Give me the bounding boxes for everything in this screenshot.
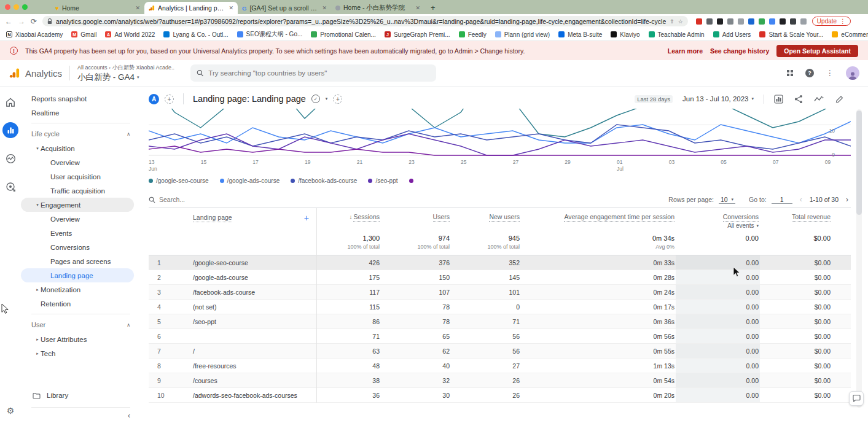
nav-section-life-cycle[interactable]: Life cycle∧ — [21, 126, 140, 141]
sidebar-item-traffic-acquisition[interactable]: Traffic acquisition — [21, 184, 140, 198]
extension-icon[interactable] — [780, 18, 786, 25]
insights-icon[interactable] — [814, 95, 824, 103]
add-secondary-dimension-button[interactable]: + — [304, 213, 315, 223]
analytics-search-input[interactable] — [208, 69, 430, 77]
window-controls[interactable] — [5, 0, 28, 14]
expand-caret-icon[interactable]: ▾ — [34, 203, 41, 208]
analytics-logo[interactable]: Analytics — [9, 67, 62, 79]
tab-close-icon[interactable]: ✕ — [415, 5, 420, 11]
sidebar-item-tech[interactable]: ▸Tech — [21, 346, 140, 360]
breadcrumb-root[interactable]: All accounts — [77, 64, 108, 71]
close-window-button[interactable] — [5, 4, 10, 10]
address-bar[interactable]: analytics.google.com/analytics/web/?auth… — [42, 16, 688, 26]
expand-caret-icon[interactable]: ▾ — [34, 146, 41, 151]
browser-tab[interactable]: G[GA4] Set up a scroll conversi✕ — [238, 2, 331, 14]
sidebar-item-user-acquisition[interactable]: User acquisition — [21, 169, 140, 184]
explore-icon[interactable] — [2, 150, 18, 166]
sidebar-item-engagement[interactable]: ▾Engagement — [21, 198, 134, 212]
home-icon[interactable] — [2, 94, 18, 110]
bookmark-item[interactable]: Plann (grid view) — [495, 31, 550, 38]
conversions-event-filter[interactable]: All events — [727, 222, 754, 229]
extension-icon[interactable] — [727, 18, 733, 25]
report-caret-icon[interactable]: ▾ — [326, 96, 328, 101]
reports-icon[interactable] — [2, 122, 18, 138]
sidebar-item-acquisition[interactable]: ▾Acquisition — [21, 141, 140, 155]
advertising-icon[interactable] — [2, 179, 18, 195]
see-change-history-link[interactable]: See change history — [710, 47, 769, 55]
bookmark-item[interactable]: SEO课程大纲 - Go... — [237, 30, 303, 39]
tab-close-icon[interactable]: ✕ — [322, 5, 327, 11]
new-tab-button[interactable]: + — [431, 3, 436, 12]
column-header-conversions[interactable]: Conversions — [723, 213, 759, 222]
more-menu-icon[interactable]: ⋮ — [826, 69, 834, 77]
reload-button[interactable]: ⟳ — [31, 17, 37, 26]
chrome-update-button[interactable]: Update ⋮ — [812, 17, 851, 26]
bookmark-item[interactable]: Promotional Calen... — [311, 31, 376, 38]
extension-icon[interactable] — [769, 18, 775, 25]
maximize-window-button[interactable] — [22, 4, 28, 10]
extension-icon[interactable] — [800, 18, 807, 25]
table-search-input[interactable] — [159, 196, 245, 203]
sidebar-item-conversions[interactable]: Conversions — [21, 240, 140, 254]
expand-caret-icon[interactable]: ▸ — [34, 337, 41, 342]
column-header-users[interactable]: Users — [433, 213, 450, 222]
sidebar-item-landing-page[interactable]: Landing page — [21, 268, 134, 282]
expand-caret-icon[interactable]: ▸ — [34, 351, 41, 356]
feedback-button[interactable] — [849, 391, 864, 406]
conversions-caret-icon[interactable]: ▾ — [756, 223, 759, 228]
legend-item[interactable]: /google-ads-course — [220, 177, 280, 184]
legend-item[interactable]: /google-seo-course — [149, 177, 209, 184]
collapse-nav-icon[interactable]: ‹ — [128, 411, 130, 420]
next-page-icon[interactable]: › — [843, 195, 851, 204]
sidebar-item-overview[interactable]: Overview — [21, 212, 140, 226]
bookmark-item[interactable]: eCommerce Case... — [832, 31, 868, 38]
bookmark-item[interactable]: Feedly — [459, 31, 487, 38]
tab-close-icon[interactable]: ✕ — [135, 5, 140, 11]
bookmark-item[interactable]: Teachable Admin — [649, 31, 705, 38]
bookmark-item[interactable]: NXiaobai Academy — [6, 31, 63, 38]
sidebar-item-events[interactable]: Events — [21, 226, 140, 240]
date-range-selector[interactable]: Jun 13 - Jul 10, 2023 ▾ — [682, 95, 754, 103]
open-setup-assistant-button[interactable]: Open Setup Assistant — [776, 45, 858, 57]
legend-item[interactable]: /seo-ppt — [368, 177, 397, 184]
column-header-landing-page[interactable]: Landing page — [193, 214, 232, 222]
avatar[interactable] — [846, 66, 859, 80]
bookmark-item[interactable]: Start & Scale Your... — [759, 31, 823, 38]
previous-page-icon[interactable]: ‹ — [797, 195, 805, 204]
column-header-total-revenue[interactable]: Total revenue — [792, 213, 831, 222]
table-search[interactable] — [149, 196, 245, 203]
bookmark-item[interactable]: JSurgeGraph Premi... — [385, 31, 450, 38]
learn-more-link[interactable]: Learn more — [668, 47, 703, 55]
bookmark-item[interactable]: MGmail — [71, 31, 96, 38]
bookmark-item[interactable]: Meta B-suite — [558, 31, 602, 38]
scrollbar-thumb[interactable] — [856, 111, 862, 215]
collapse-section-icon[interactable]: ∧ — [127, 131, 130, 137]
collapse-section-icon[interactable]: ∧ — [127, 322, 130, 328]
analytics-search[interactable] — [190, 64, 436, 82]
extension-icon[interactable] — [759, 18, 765, 25]
nav-section-user[interactable]: User∧ — [21, 317, 140, 332]
account-selector[interactable]: All accounts › 小白新势 Xiaobai Acade.. 小白新势… — [77, 64, 174, 83]
forward-button[interactable]: → — [18, 17, 25, 26]
property-name[interactable]: 小白新势 - GA4 — [77, 72, 135, 83]
browser-tab[interactable]: Analytics | Landing page: Land✕ — [144, 2, 238, 14]
bookmark-item[interactable]: AAd World 2022 — [105, 31, 155, 38]
legend-item[interactable] — [409, 179, 413, 183]
bookmark-item[interactable]: Add Users — [713, 31, 751, 38]
add-comparison-button[interactable]: + — [165, 95, 174, 104]
edit-report-icon[interactable] — [835, 95, 843, 103]
share-page-icon[interactable]: ⇧ — [670, 18, 674, 25]
sidebar-item-pages-and-screens[interactable]: Pages and screens — [21, 254, 140, 268]
rows-per-page-select[interactable]: 10 ▾ — [719, 196, 735, 204]
extension-icon[interactable] — [706, 18, 713, 25]
bookmark-item[interactable]: Lyang & Co. - Outl... — [163, 31, 228, 38]
sidebar-item-overview[interactable]: Overview — [21, 155, 140, 169]
minimize-window-button[interactable] — [14, 4, 19, 10]
extension-icon[interactable] — [790, 18, 796, 25]
extension-icon[interactable] — [696, 18, 702, 25]
sidebar-item-retention[interactable]: Retention — [21, 297, 140, 311]
browser-tab[interactable]: ♥Home✕ — [51, 2, 144, 14]
help-icon[interactable]: ? — [805, 69, 814, 77]
extension-icon[interactable] — [748, 18, 754, 25]
share-report-icon[interactable] — [794, 95, 803, 104]
